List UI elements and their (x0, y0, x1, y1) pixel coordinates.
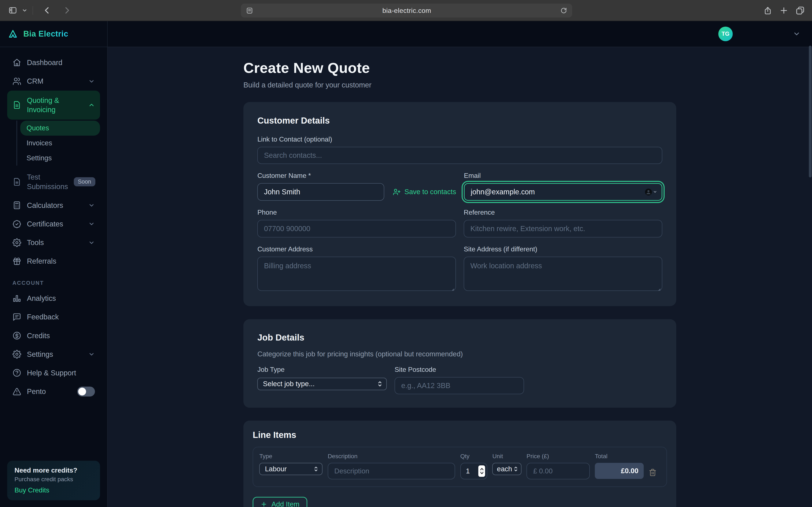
search-contacts-input[interactable] (257, 147, 662, 164)
alert-triangle-icon (12, 387, 21, 396)
share-icon[interactable] (763, 6, 772, 16)
reload-icon[interactable] (560, 7, 567, 14)
phone-input[interactable] (257, 220, 456, 237)
site-postcode-input[interactable] (395, 377, 524, 394)
sidebar-item-pento[interactable]: Pento (7, 382, 100, 401)
app-header: TG (108, 21, 812, 47)
sidebar-item-analytics[interactable]: Analytics (7, 289, 100, 307)
help-circle-icon (12, 369, 21, 377)
sidebar-item-label: Referrals (27, 257, 95, 266)
sidebar-item-label: Credits (27, 331, 95, 341)
line-type-select[interactable]: Labour (259, 463, 322, 475)
reference-label: Reference (464, 209, 662, 216)
sidebar-nav: Dashboard CRM Quoting & Invoicing Quotes… (0, 47, 107, 461)
forward-button[interactable] (62, 6, 71, 15)
job-details-card: Job Details Categorize this job for pric… (243, 319, 676, 408)
app-window: Bia Electric Dashboard CRM Quoting & Inv… (0, 21, 812, 507)
brand-logo-icon (7, 29, 18, 39)
toggle-knob (78, 388, 86, 395)
sidebar-options-chevron-icon[interactable] (22, 8, 28, 13)
bar-chart-icon (12, 294, 21, 303)
new-tab-icon[interactable] (779, 6, 788, 15)
scrollbar-thumb[interactable] (809, 46, 811, 177)
sidebar-item-settings[interactable]: Settings (7, 345, 100, 363)
line-unit-select[interactable]: each (492, 463, 521, 475)
add-item-button[interactable]: Add Item (253, 497, 307, 507)
header-chevron-down-icon[interactable] (793, 30, 801, 38)
credits-card-subtitle: Purchase credit packs (14, 476, 93, 483)
site-address-textarea[interactable] (464, 257, 662, 291)
email-input[interactable] (464, 183, 662, 201)
quoting-subnav: Quotes Invoices Settings (16, 121, 100, 166)
sidebar-item-test-submissions[interactable]: Test Submissions Soon (7, 168, 100, 196)
sidebar-item-certificates[interactable]: Certificates (7, 215, 100, 233)
sidebar-item-quotes[interactable]: Quotes (20, 121, 100, 135)
line-price-input[interactable] (526, 463, 590, 479)
browser-chrome: bia-electric.com (0, 0, 812, 21)
delete-line-item-button[interactable] (649, 468, 657, 476)
column-unit-label: Unit (492, 453, 521, 460)
job-type-value: Select job type... (263, 380, 315, 388)
sidebar-item-label: Quoting & Invoicing (27, 96, 83, 114)
sidebar-toggle-icon[interactable] (8, 6, 18, 15)
sidebar-item-help-support[interactable]: Help & Support (7, 363, 100, 382)
file-text-icon (12, 101, 21, 109)
dollar-circle-icon (12, 331, 21, 340)
line-description-input[interactable] (328, 463, 455, 479)
sidebar-item-credits[interactable]: Credits (7, 326, 100, 345)
soon-badge: Soon (74, 177, 95, 186)
autofill-contact-icon[interactable] (644, 188, 657, 196)
sidebar-item-tools[interactable]: Tools (7, 233, 100, 252)
save-to-contacts-label: Save to contacts (405, 188, 456, 196)
link-to-contact-label: Link to Contact (optional) (257, 135, 662, 143)
site-postcode-label: Site Postcode (395, 366, 524, 374)
file-icon (12, 177, 21, 186)
main-area: TG Create New Quote Build a detailed quo… (108, 21, 812, 507)
line-total: £0.00 (595, 463, 644, 479)
chrome-separator (33, 6, 33, 14)
sidebar-item-label: Pento (27, 387, 71, 396)
email-label: Email (464, 172, 662, 180)
avatar[interactable]: TG (718, 26, 733, 41)
sidebar-item-dashboard[interactable]: Dashboard (7, 53, 100, 72)
customer-name-input[interactable] (257, 183, 384, 201)
sidebar-item-referrals[interactable]: Referrals (7, 252, 100, 271)
customer-address-textarea[interactable] (257, 257, 456, 291)
credits-upsell-card: Need more credits? Purchase credit packs… (7, 461, 100, 500)
qty-stepper[interactable] (478, 465, 485, 477)
job-details-description: Categorize this job for pricing insights… (257, 350, 662, 358)
sidebar-item-crm[interactable]: CRM (7, 72, 100, 91)
job-type-select[interactable]: Select job type... (257, 378, 387, 390)
home-icon (12, 58, 21, 67)
stepper-up-icon (480, 467, 484, 471)
sidebar: Bia Electric Dashboard CRM Quoting & Inv… (0, 21, 108, 507)
account-section-label: ACCOUNT (12, 280, 95, 286)
sidebar-item-label: Certificates (27, 219, 83, 229)
sidebar-item-quoting-invoicing[interactable]: Quoting & Invoicing (7, 91, 100, 120)
reference-input[interactable] (464, 220, 662, 237)
select-chevrons-icon (377, 380, 383, 387)
buy-credits-link[interactable]: Buy Credits (14, 486, 93, 494)
back-button[interactable] (43, 6, 52, 15)
customer-details-card: Customer Details Link to Contact (option… (243, 102, 676, 306)
address-bar[interactable]: bia-electric.com (241, 4, 572, 17)
add-item-label: Add Item (271, 500, 299, 507)
page-title: Create New Quote (243, 60, 676, 76)
sidebar-item-label: Dashboard (27, 58, 95, 67)
plus-icon (260, 501, 267, 507)
url-text: bia-electric.com (253, 7, 560, 14)
sidebar-item-calculators[interactable]: Calculators (7, 196, 100, 215)
save-to-contacts-button[interactable]: Save to contacts (393, 188, 456, 196)
sidebar-item-feedback[interactable]: Feedback (7, 308, 100, 326)
customer-name-label: Customer Name * (257, 172, 456, 180)
customer-address-label: Customer Address (257, 245, 456, 253)
tab-overview-icon[interactable] (796, 6, 805, 15)
page-icon (246, 7, 253, 14)
sidebar-item-invoices[interactable]: Invoices (20, 135, 100, 151)
brand[interactable]: Bia Electric (0, 21, 107, 47)
chevron-down-icon (88, 202, 95, 209)
chevron-down-icon (88, 351, 95, 358)
pento-toggle[interactable] (77, 387, 95, 397)
sidebar-item-quoting-settings[interactable]: Settings (20, 151, 100, 166)
page-subtitle: Build a detailed quote for your customer (243, 81, 676, 89)
